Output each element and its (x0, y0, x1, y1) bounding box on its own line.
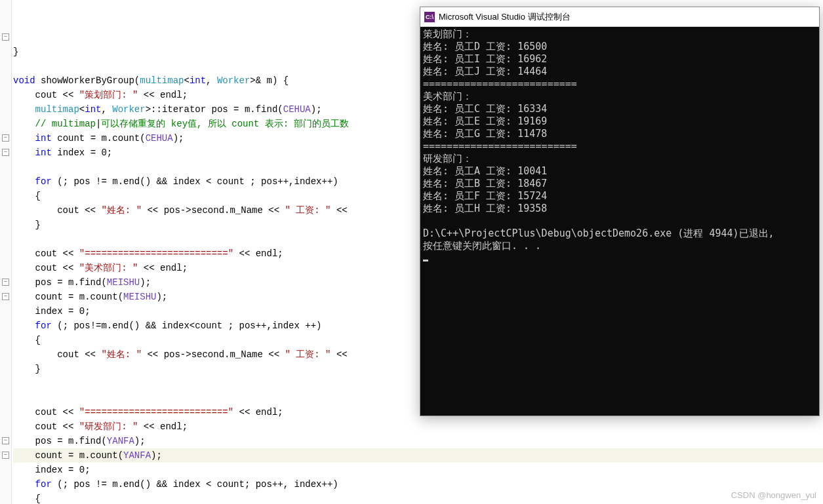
console-titlebar[interactable]: C:\ Microsoft Visual Studio 调试控制台 (420, 7, 819, 27)
fold-toggle-icon[interactable]: − (2, 437, 9, 444)
console-title: Microsoft Visual Studio 调试控制台 (439, 11, 571, 23)
console-cursor (423, 260, 428, 262)
fold-toggle-icon[interactable]: − (2, 33, 9, 41)
console-output[interactable]: 策划部门： 姓名: 员工D 工资: 16500 姓名: 员工I 工资: 1696… (420, 27, 819, 266)
console-title-icon: C:\ (424, 12, 435, 22)
code-line[interactable]: cout << "研发部门: " << endl; (13, 419, 823, 434)
fold-toggle-icon[interactable]: − (2, 279, 9, 286)
code-line[interactable]: pos = m.find(YANFA); (13, 434, 823, 448)
fold-toggle-icon[interactable]: − (2, 452, 9, 459)
code-line[interactable]: { (13, 492, 823, 504)
watermark: CSDN @hongwen_yul (731, 490, 816, 500)
fold-toggle-icon[interactable]: − (2, 149, 9, 156)
fold-toggle-icon[interactable]: − (2, 134, 9, 142)
fold-toggle-icon[interactable]: − (2, 293, 9, 300)
code-line[interactable]: index = 0; (13, 463, 823, 477)
code-line[interactable]: for (; pos != m.end() && index < count; … (13, 477, 823, 492)
code-line[interactable]: count = m.count(YANFA); (13, 448, 823, 463)
debug-console-window: C:\ Microsoft Visual Studio 调试控制台 策划部门： … (420, 7, 820, 416)
editor-gutter: −−−−−−− (0, 0, 12, 504)
